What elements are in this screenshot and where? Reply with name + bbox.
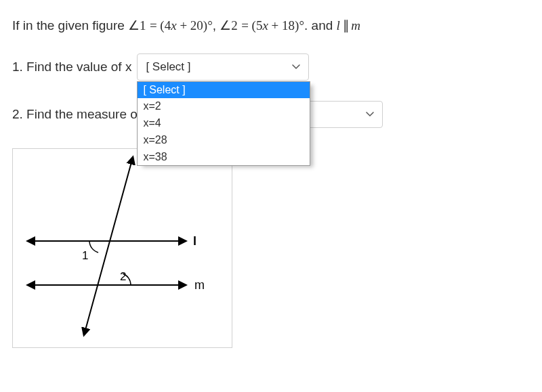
deg1: ° bbox=[207, 18, 213, 32]
angle1-open: (4 bbox=[160, 18, 171, 32]
svg-line-2 bbox=[85, 160, 132, 332]
problem-statement: If in the given figure ∠1 = (4x + 20)°, … bbox=[12, 16, 530, 36]
question-1-row: 1. Find the value of x [ Select ] [ Sele… bbox=[12, 53, 530, 81]
mvar: m bbox=[351, 18, 360, 32]
comma: , bbox=[213, 18, 220, 32]
angle2-open: (5 bbox=[252, 18, 263, 32]
q1-option-select[interactable]: [ Select ] bbox=[138, 82, 310, 99]
angle1-mid: + 20) bbox=[177, 18, 208, 32]
q1-option-x4[interactable]: x=4 bbox=[138, 115, 310, 132]
xvar-1: x bbox=[171, 18, 176, 32]
eq1: = bbox=[150, 18, 160, 32]
chevron-down-icon bbox=[292, 63, 300, 71]
q1-option-x28[interactable]: x=28 bbox=[138, 132, 310, 149]
figure-label-m: m bbox=[194, 278, 205, 292]
xvar-2: x bbox=[262, 18, 268, 32]
prompt-prefix: If in the given figure bbox=[12, 18, 128, 32]
suffix-and: . and bbox=[304, 18, 337, 32]
q2-label: 2. Find the measure o bbox=[12, 107, 138, 122]
figure-label-l: l bbox=[193, 234, 196, 248]
figure-angle-1: 1 bbox=[82, 249, 88, 262]
q1-dropdown-panel: [ Select ] x=2 x=4 x=28 x=38 bbox=[137, 81, 310, 167]
eq2: = bbox=[241, 18, 251, 32]
angle2-mid: + 18) bbox=[268, 18, 299, 32]
angle1-lhs: ∠1 bbox=[128, 18, 146, 32]
q1-option-x2[interactable]: x=2 bbox=[138, 98, 310, 115]
deg2: ° bbox=[299, 18, 304, 32]
q1-select[interactable]: [ Select ] [ Select ] x=2 x=4 x=28 x=38 bbox=[137, 53, 309, 81]
angle2-lhs: ∠2 bbox=[220, 18, 238, 32]
q1-option-x38[interactable]: x=38 bbox=[138, 149, 310, 166]
q1-selected-value: [ Select ] bbox=[146, 60, 190, 74]
figure-angle-2: 2 bbox=[120, 270, 126, 283]
q1-label: 1. Find the value of x bbox=[12, 60, 131, 74]
chevron-down-icon bbox=[366, 110, 374, 118]
geometry-figure: l m 1 2 bbox=[12, 148, 232, 348]
parallel-symbol: ∥ bbox=[340, 18, 352, 32]
